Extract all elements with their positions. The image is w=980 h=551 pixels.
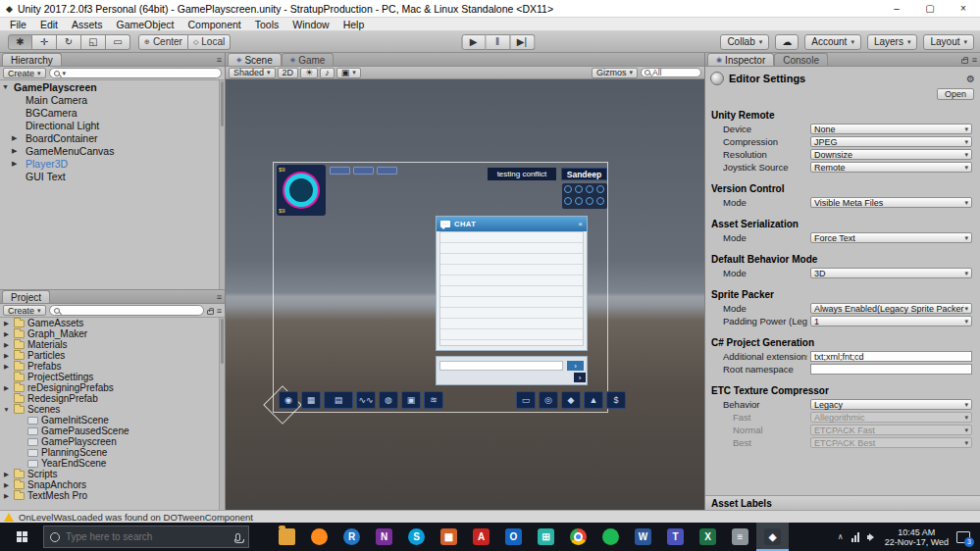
hand-tool-button[interactable]: ✱ <box>8 34 32 50</box>
taskbar-app-acrobat[interactable]: A <box>465 523 497 551</box>
menu-item[interactable]: Help <box>336 19 372 30</box>
chat-header[interactable]: ⋯ CHAT × <box>437 217 587 231</box>
expand-arrow-icon[interactable]: ▼ <box>2 406 11 413</box>
hud-icon-button[interactable]: ◉ <box>279 391 298 409</box>
hierarchy-scrollbar[interactable] <box>219 80 225 289</box>
project-item[interactable]: ▼ Scenes <box>0 404 219 415</box>
rotate-tool-button[interactable]: ↻ <box>57 34 81 50</box>
project-item[interactable]: ▶ Scripts <box>0 469 219 479</box>
project-item[interactable]: ▶ GameAssets <box>0 318 219 328</box>
expand-arrow-icon[interactable]: ▶ <box>2 341 11 349</box>
taskbar-app-file-explorer[interactable] <box>271 523 303 551</box>
pivot-center-button[interactable]: ⊕Center <box>138 34 188 50</box>
project-item[interactable]: ▶ Graph_Maker <box>0 328 219 339</box>
project-item[interactable]: YearEndScene <box>0 458 219 469</box>
taskbar-app-store[interactable]: ⊞ <box>530 523 562 551</box>
expand-arrow-icon[interactable]: ▶ <box>2 481 11 489</box>
tray-expand-icon[interactable]: ∧ <box>838 532 844 541</box>
taskbar-app-r-app[interactable]: R <box>335 523 368 551</box>
gizmos-dropdown[interactable]: Gizmos▾ <box>592 68 638 78</box>
create-button[interactable]: Create▾ <box>3 68 46 78</box>
project-item[interactable]: PlanningScene <box>0 447 219 458</box>
project-item[interactable]: ▶ SnapAnchors <box>0 479 219 490</box>
status-icon[interactable] <box>596 197 604 205</box>
expand-arrow-icon[interactable]: ▶ <box>2 363 11 371</box>
network-icon[interactable] <box>851 532 859 542</box>
audio-toggle-button[interactable]: ♪ <box>320 68 335 78</box>
tab-hierarchy[interactable]: Hierarchy <box>2 53 62 66</box>
tab-console[interactable]: Console <box>774 53 828 66</box>
scene-viewport[interactable]: $9 $9 testing conflict Sandeep ⋯ <box>226 79 704 510</box>
status-icon[interactable] <box>575 185 583 193</box>
lock-icon[interactable] <box>207 310 214 315</box>
hud-icon-button[interactable]: $ <box>606 391 626 409</box>
hierarchy-item[interactable]: Directional Light <box>0 119 219 131</box>
panel-menu-icon[interactable]: ≡ <box>972 55 977 65</box>
scene-search-input[interactable] <box>652 68 697 77</box>
chat-expand-button[interactable]: › <box>574 373 586 382</box>
taskbar-app-chrome[interactable] <box>562 523 594 551</box>
hierarchy-item[interactable]: ▶ GameMenuCanvas <box>0 144 219 157</box>
expand-arrow-icon[interactable]: ▶ <box>2 320 11 327</box>
action-center-icon[interactable]: 3 <box>956 531 970 543</box>
hud-icon-button[interactable]: ≋ <box>424 391 443 409</box>
close-button[interactable]: × <box>947 0 980 17</box>
hud-chip[interactable] <box>377 167 397 175</box>
lock-icon[interactable] <box>961 59 968 64</box>
enum-dropdown[interactable]: JPEG ▾ <box>810 136 972 147</box>
hud-icon-button[interactable]: ▭ <box>516 391 536 409</box>
game-ui-canvas[interactable]: $9 $9 testing conflict Sandeep ⋯ <box>273 162 608 413</box>
taskbar-app-skype[interactable]: S <box>400 523 433 551</box>
chat-close-icon[interactable]: × <box>578 220 583 228</box>
enum-dropdown[interactable]: 3D ▾ <box>810 268 972 278</box>
create-button[interactable]: Create▾ <box>3 305 46 316</box>
taskbar-app-excel[interactable]: X <box>692 523 724 551</box>
project-item[interactable]: ProjectSettings <box>0 372 219 382</box>
expand-arrow-icon[interactable]: ▶ <box>12 160 22 168</box>
expand-arrow-icon[interactable]: ▶ <box>2 330 11 338</box>
panel-menu-icon[interactable]: ≡ <box>217 306 222 316</box>
player-avatar[interactable] <box>284 174 318 207</box>
enum-dropdown[interactable]: ETCPACK Best ▾ <box>810 437 972 448</box>
asset-labels-bar[interactable]: Asset Labels <box>705 495 980 510</box>
project-item[interactable]: GamePlayscreen <box>0 436 219 447</box>
scale-tool-button[interactable]: ◱ <box>81 34 106 50</box>
project-item[interactable]: GamePausedScene <box>0 426 219 436</box>
taskbar-app-firefox[interactable] <box>303 523 335 551</box>
collab-dropdown[interactable]: Collab▾ <box>720 34 769 50</box>
expand-arrow-icon[interactable]: ▶ <box>2 384 11 392</box>
cloud-button[interactable]: ☁ <box>775 34 799 50</box>
open-button[interactable]: Open <box>937 88 974 100</box>
expand-arrow-icon[interactable]: ▶ <box>12 134 22 142</box>
menu-item[interactable]: File <box>3 19 33 30</box>
enum-dropdown[interactable]: 1 ▾ <box>810 316 972 326</box>
hud-icon-button[interactable]: ◆ <box>561 391 581 409</box>
menu-item[interactable]: Window <box>285 19 335 30</box>
hud-icon-button[interactable]: ∿∿ <box>356 391 376 409</box>
project-item[interactable]: ▶ Particles <box>0 350 219 361</box>
hud-icon-button[interactable]: ▣ <box>401 391 421 409</box>
maximize-button[interactable]: ▢ <box>913 0 947 17</box>
enum-dropdown[interactable]: None ▾ <box>810 124 972 134</box>
text-field[interactable]: txt;xml;fnt;cd <box>810 351 972 362</box>
menu-item[interactable]: Assets <box>65 19 110 30</box>
menu-item[interactable]: Edit <box>33 19 65 30</box>
hud-chip[interactable] <box>353 167 374 175</box>
project-scrollbar[interactable] <box>219 318 225 510</box>
taskbar-search-input[interactable] <box>66 531 230 542</box>
project-item[interactable]: ▶ reDesigningPrefabs <box>0 382 219 393</box>
taskbar-clock[interactable]: 10:45 AM 22-Nov-17, Wed <box>885 527 949 547</box>
taskbar-app-notepad[interactable]: ≡ <box>724 523 756 551</box>
enum-dropdown[interactable]: Force Text ▾ <box>810 232 972 243</box>
hud-icon-button[interactable]: ▤ <box>324 391 353 409</box>
status-icon[interactable] <box>586 185 593 193</box>
expand-arrow-icon[interactable]: ▼ <box>2 83 12 90</box>
status-bar[interactable]: OnLevelWasLoaded was found on DOTweenCom… <box>0 510 980 523</box>
minimize-button[interactable]: – <box>880 0 913 17</box>
status-icon[interactable] <box>596 185 604 193</box>
text-field[interactable] <box>810 364 972 375</box>
hierarchy-item[interactable]: BGCamera <box>0 106 219 119</box>
effects-dropdown[interactable]: ▣▾ <box>336 68 361 78</box>
status-icon[interactable] <box>575 197 583 205</box>
account-dropdown[interactable]: Account▾ <box>804 34 861 50</box>
